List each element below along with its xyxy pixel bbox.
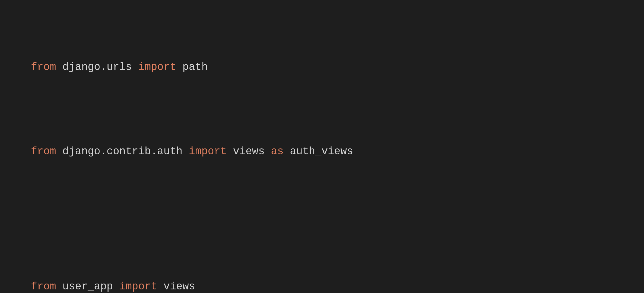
keyword-import-2: import xyxy=(189,145,227,157)
module-name-3: user_app xyxy=(56,281,119,292)
keyword-from-1: from xyxy=(31,61,56,73)
blank-line-1 xyxy=(6,211,638,228)
code-editor: from django.urls import path from django… xyxy=(6,8,638,293)
code-line-1: from django.urls import path xyxy=(6,42,638,93)
code-line-3: from user_app import views xyxy=(6,261,638,293)
keyword-import-1: import xyxy=(138,61,176,73)
alias-name: auth_views xyxy=(283,145,353,157)
import-name-2: views xyxy=(227,145,271,157)
import-name-3: views xyxy=(157,281,195,292)
import-name-1: path xyxy=(176,61,208,73)
keyword-from-2: from xyxy=(31,145,56,157)
module-name-2: django.contrib.auth xyxy=(56,145,189,157)
code-line-2: from django.contrib.auth import views as… xyxy=(6,127,638,177)
keyword-import-3: import xyxy=(119,281,157,292)
module-name-1: django.urls xyxy=(56,61,138,73)
keyword-from-3: from xyxy=(31,281,56,292)
keyword-as: as xyxy=(271,145,284,157)
